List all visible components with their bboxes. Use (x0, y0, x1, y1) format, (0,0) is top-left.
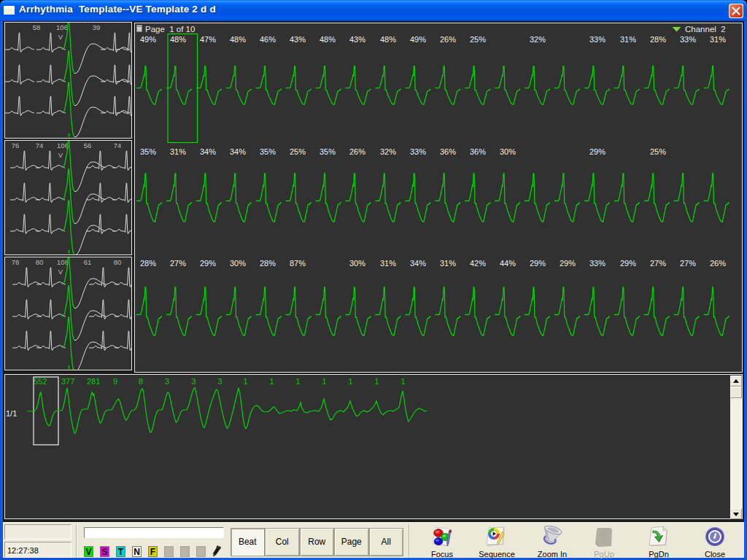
svg-text:1: 1 (400, 377, 405, 386)
svg-text:1: 1 (348, 377, 352, 386)
svg-text:281: 281 (87, 377, 100, 386)
svg-text:33%: 33% (589, 259, 605, 268)
svg-text:29%: 29% (530, 259, 546, 268)
svg-text:V: V (58, 33, 63, 41)
svg-text:76: 76 (12, 141, 20, 149)
svg-text:V: V (58, 268, 63, 276)
svg-text:48%: 48% (320, 35, 336, 44)
svg-text:27%: 27% (680, 259, 696, 268)
svg-text:43%: 43% (290, 35, 306, 44)
svg-text:78: 78 (12, 258, 20, 266)
svg-text:29%: 29% (589, 147, 605, 156)
svg-text:8: 8 (139, 377, 143, 386)
svg-text:1: 1 (374, 377, 379, 386)
svg-text:74: 74 (114, 141, 122, 149)
svg-text:49%: 49% (140, 35, 156, 44)
svg-text:58: 58 (33, 23, 41, 31)
svg-text:47%: 47% (200, 35, 216, 44)
svg-text:34%: 34% (230, 147, 246, 156)
svg-text:108: 108 (57, 258, 69, 266)
svg-text:32%: 32% (530, 35, 546, 44)
svg-text:74: 74 (36, 141, 44, 149)
svg-text:25%: 25% (290, 147, 306, 156)
svg-text:42%: 42% (470, 259, 486, 268)
svg-text:9: 9 (113, 377, 117, 386)
svg-text:28%: 28% (260, 259, 276, 268)
svg-text:34%: 34% (410, 259, 426, 268)
svg-text:V: V (58, 151, 63, 159)
svg-text:29%: 29% (560, 259, 576, 268)
svg-text:35%: 35% (140, 147, 156, 156)
svg-text:31%: 31% (710, 35, 726, 44)
svg-text:106: 106 (56, 23, 68, 31)
svg-text:106: 106 (57, 141, 69, 149)
svg-text:3: 3 (165, 377, 169, 386)
svg-text:3: 3 (191, 377, 196, 386)
svg-text:27%: 27% (170, 259, 186, 268)
svg-text:46%: 46% (260, 35, 276, 44)
svg-text:30%: 30% (349, 259, 365, 268)
svg-text:49%: 49% (410, 35, 426, 44)
svg-text:48%: 48% (230, 35, 246, 44)
svg-text:26%: 26% (440, 35, 456, 44)
svg-text:35%: 35% (260, 147, 276, 156)
svg-text:28%: 28% (650, 35, 666, 44)
svg-text:33%: 33% (589, 35, 605, 44)
svg-text:31%: 31% (170, 147, 186, 156)
svg-text:43%: 43% (349, 35, 365, 44)
svg-text:36%: 36% (440, 147, 456, 156)
svg-text:36%: 36% (470, 147, 486, 156)
svg-text:34%: 34% (200, 147, 216, 156)
svg-text:1: 1 (295, 377, 300, 386)
svg-text:26%: 26% (710, 259, 726, 268)
svg-text:1: 1 (243, 377, 247, 386)
svg-text:33%: 33% (680, 35, 696, 44)
svg-text:30%: 30% (230, 259, 246, 268)
svg-text:25%: 25% (470, 35, 486, 44)
svg-text:39: 39 (93, 23, 101, 31)
svg-text:3: 3 (217, 377, 222, 386)
svg-text:31%: 31% (620, 35, 636, 44)
svg-text:Page 1 of 10: Page 1 of 10 (145, 25, 195, 34)
svg-text:44%: 44% (500, 259, 516, 268)
svg-text:1: 1 (322, 377, 326, 386)
svg-text:87%: 87% (290, 259, 306, 268)
svg-text:48%: 48% (380, 35, 396, 44)
svg-text:29%: 29% (200, 259, 216, 268)
svg-text:80: 80 (114, 258, 122, 266)
svg-text:1/1: 1/1 (6, 409, 17, 418)
svg-text:35%: 35% (320, 147, 336, 156)
svg-text:80: 80 (36, 258, 44, 266)
svg-text:33%: 33% (410, 147, 426, 156)
svg-text:27%: 27% (650, 259, 666, 268)
svg-text:552: 552 (34, 377, 47, 386)
svg-text:29%: 29% (620, 259, 636, 268)
svg-text:Channel 2: Channel 2 (685, 25, 726, 34)
svg-text:25%: 25% (650, 147, 666, 156)
svg-text:28%: 28% (140, 259, 156, 268)
svg-text:377: 377 (61, 377, 74, 386)
svg-text:31%: 31% (440, 259, 456, 268)
svg-text:32%: 32% (380, 147, 396, 156)
svg-text:48%: 48% (170, 35, 186, 44)
svg-text:26%: 26% (349, 147, 365, 156)
svg-text:1: 1 (269, 377, 274, 386)
svg-text:56: 56 (84, 141, 92, 149)
svg-text:61: 61 (84, 258, 92, 266)
svg-text:31%: 31% (380, 259, 396, 268)
svg-text:30%: 30% (500, 147, 516, 156)
